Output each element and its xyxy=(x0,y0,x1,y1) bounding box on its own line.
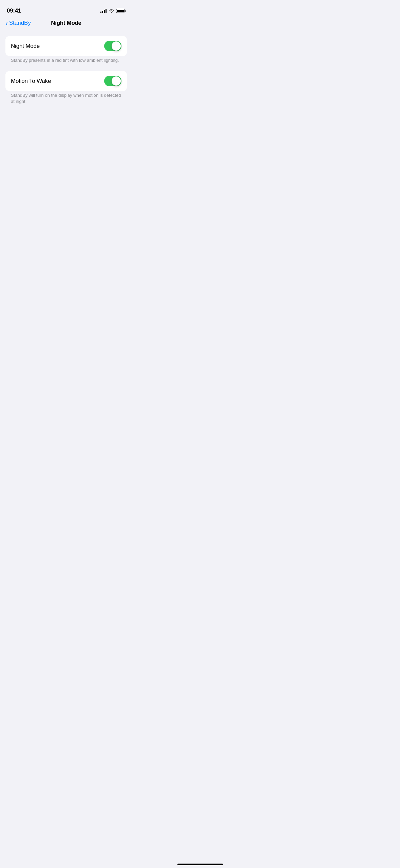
motion-to-wake-row: Motion To Wake xyxy=(5,71,127,91)
night-mode-section: Night Mode StandBy presents in a red tin… xyxy=(5,36,127,68)
battery-tip xyxy=(125,10,126,12)
back-button[interactable]: ‹ StandBy xyxy=(5,20,31,26)
status-bar: 09:41 xyxy=(0,0,132,17)
motion-to-wake-description: StandBy will turn on the display when mo… xyxy=(5,91,127,109)
wifi-icon xyxy=(109,9,114,13)
motion-to-wake-card: Motion To Wake xyxy=(5,71,127,91)
battery-icon xyxy=(116,9,126,13)
motion-to-wake-section: Motion To Wake StandBy will turn on the … xyxy=(5,71,127,109)
signal-bar-2 xyxy=(102,11,103,13)
battery-fill xyxy=(117,10,124,12)
signal-bar-1 xyxy=(100,12,101,13)
signal-icon xyxy=(100,9,107,13)
signal-bar-4 xyxy=(106,9,107,13)
nav-title: Night Mode xyxy=(51,20,81,26)
motion-to-wake-toggle[interactable] xyxy=(104,76,121,86)
motion-to-wake-label: Motion To Wake xyxy=(11,78,51,85)
back-label: StandBy xyxy=(9,20,31,26)
nav-bar: ‹ StandBy Night Mode xyxy=(0,17,132,31)
signal-bar-3 xyxy=(104,10,105,13)
night-mode-toggle-knob xyxy=(112,41,121,51)
night-mode-toggle[interactable] xyxy=(104,41,121,51)
night-mode-card: Night Mode xyxy=(5,36,127,56)
settings-content: Night Mode StandBy presents in a red tin… xyxy=(0,31,132,110)
night-mode-label: Night Mode xyxy=(11,43,40,50)
battery-body xyxy=(116,9,125,13)
motion-to-wake-toggle-knob xyxy=(112,76,121,86)
status-time: 09:41 xyxy=(7,7,21,14)
status-icons xyxy=(100,9,126,13)
back-chevron-icon: ‹ xyxy=(5,20,8,26)
night-mode-row: Night Mode xyxy=(5,36,127,56)
night-mode-description: StandBy presents in a red tint with low … xyxy=(5,56,127,68)
